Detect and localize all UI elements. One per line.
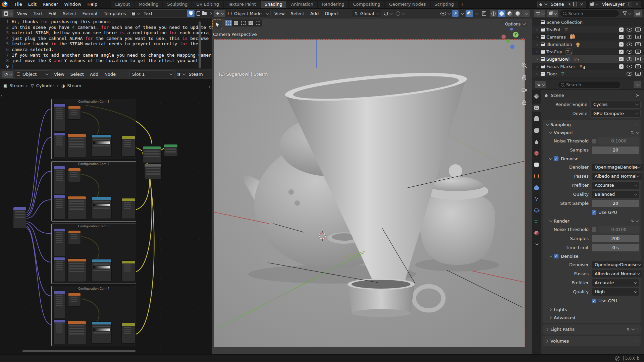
node-mix[interactable] <box>143 146 161 163</box>
shading-solid-button[interactable] <box>498 10 505 17</box>
camera-view-icon[interactable] <box>521 87 527 94</box>
render-subpanel-header[interactable]: Render ⇅ <box>544 217 639 225</box>
outliner-row[interactable]: › SugarBowl ▽2 ✓ <box>532 55 644 63</box>
editor-type-button[interactable] <box>535 81 546 88</box>
disclosure-icon[interactable]: › <box>535 57 539 62</box>
add-workspace-button[interactable]: + <box>458 1 466 8</box>
menu-item[interactable]: Text <box>31 10 45 17</box>
unlink-icon[interactable]: × <box>209 11 212 16</box>
outliner-row[interactable]: Scene Collection ✓ <box>532 18 644 26</box>
node-image-texture[interactable] <box>68 196 86 219</box>
outliner-search[interactable]: Search <box>560 10 619 17</box>
render-visibility-toggle[interactable] <box>635 42 641 46</box>
editor-type-button[interactable] <box>2 10 13 17</box>
menu-item[interactable]: Add <box>307 10 322 17</box>
node-colorramp[interactable] <box>92 135 111 156</box>
menu-item[interactable]: View <box>51 71 67 78</box>
panel-grip-icon[interactable]: ⁝⁝ <box>635 123 638 126</box>
start-sample-field[interactable]: 20 <box>592 200 639 207</box>
lights-panel-header[interactable]: Lights <box>544 305 639 313</box>
menu-item[interactable]: Window <box>61 1 84 7</box>
node-frame[interactable]: Configuration Cam 3 <box>51 224 136 284</box>
workspace-tab[interactable]: Modeling <box>135 1 162 8</box>
node-frame[interactable]: Configuration Cam 4 <box>51 286 136 346</box>
outliner-row[interactable]: › Illumination ✓ <box>532 41 644 48</box>
properties-search[interactable]: Search <box>558 81 621 88</box>
checkbox-toggle[interactable]: ✓ <box>619 27 624 32</box>
pan-hand-icon[interactable] <box>521 75 527 82</box>
disclosure-icon[interactable]: › <box>535 49 539 54</box>
viewport-subpanel-header[interactable]: Viewport ⇅ <box>544 128 639 136</box>
gizmos-toggle[interactable]: ↗ <box>452 10 459 17</box>
menu-item[interactable]: Select <box>67 71 87 78</box>
render-visibility-toggle[interactable] <box>635 64 641 68</box>
noise-checkbox[interactable] <box>592 139 596 143</box>
text-scrollbar[interactable] <box>199 21 201 68</box>
render-visibility-toggle[interactable] <box>635 72 641 76</box>
node-frame[interactable]: Configuration Cam 1 <box>51 99 136 159</box>
menu-item[interactable]: File <box>12 1 25 7</box>
hide-eye-toggle[interactable] <box>627 43 632 46</box>
quality-dropdown[interactable]: High <box>592 288 639 296</box>
node-mapping[interactable] <box>54 104 65 131</box>
menu-item[interactable]: View <box>14 10 31 17</box>
pin-icon[interactable]: ➤ <box>568 2 571 6</box>
node-canvas[interactable]: ▣ Steam › ▽ Cylinder › ◑ Steam › <box>0 79 212 354</box>
menu-item[interactable]: Edit <box>45 10 60 17</box>
noise-field[interactable]: 0.1000 <box>598 137 639 145</box>
noise-checkbox[interactable] <box>592 227 596 232</box>
outliner-row[interactable]: › Floor ▽ ✓ <box>532 70 644 77</box>
node-math[interactable] <box>122 198 135 219</box>
node-frame[interactable]: Configuration Cam 2 <box>51 161 136 222</box>
tab-collection[interactable] <box>532 161 541 169</box>
shading-dropdown[interactable] <box>522 10 530 17</box>
workspace-tab[interactable]: UV Editing <box>192 1 223 8</box>
disclosure-icon[interactable]: › <box>535 35 539 40</box>
node-math[interactable] <box>122 136 135 156</box>
checkbox-toggle[interactable]: ✓ <box>619 64 624 69</box>
code-line[interactable]: 5texture loaded in the STEAM material ne… <box>0 41 212 47</box>
device-dropdown[interactable]: GPU Compute <box>590 110 641 118</box>
volumes-header[interactable]: Volumes ⁝⁝ <box>544 337 639 345</box>
checkbox-toggle[interactable]: ✓ <box>619 35 624 39</box>
workspace-tab[interactable]: Animation <box>287 1 317 8</box>
disclosure-icon[interactable]: › <box>535 27 539 32</box>
tab-physics[interactable] <box>532 206 541 215</box>
horizontal-scrollbar[interactable] <box>22 350 136 352</box>
panel-grip-icon[interactable]: ⁝⁝ <box>635 339 638 343</box>
preset-icon[interactable]: ⇅⁝⁝ <box>627 327 638 331</box>
node-image-texture[interactable] <box>68 134 86 157</box>
workspace-tab[interactable]: Scripting <box>431 1 458 8</box>
material-name-field[interactable]: Steam <box>187 72 212 77</box>
gizmos-dropdown[interactable] <box>459 10 465 17</box>
workspace-tab[interactable]: Geometry Nodes <box>385 1 430 8</box>
axis-y-neg-dot[interactable] <box>506 39 510 43</box>
select-invert-button[interactable] <box>247 20 254 26</box>
menu-item[interactable]: Select <box>60 10 79 17</box>
shading-material-button[interactable] <box>506 10 514 17</box>
filter-button[interactable] <box>621 10 632 17</box>
axis-z-dot[interactable] <box>510 28 513 31</box>
light-paths-header[interactable]: Light Paths ⇅⁝⁝ <box>544 325 639 333</box>
denoise-checkbox[interactable]: ✓ <box>554 254 558 258</box>
display-mode-button[interactable] <box>547 10 558 17</box>
prefilter-dropdown[interactable]: Accurate <box>592 181 639 189</box>
render-visibility-toggle[interactable] <box>635 27 641 32</box>
menu-item[interactable]: Select <box>288 10 307 17</box>
node-texcoord[interactable] <box>68 293 80 306</box>
disclosure-icon[interactable]: › <box>535 64 539 69</box>
menu-item[interactable]: Node <box>101 71 119 78</box>
disclosure-icon[interactable]: › <box>535 71 539 76</box>
mode-dropdown[interactable]: Object Mode <box>226 10 271 17</box>
new-viewlayer-icon[interactable] <box>629 2 632 6</box>
axis-x-neg-dot[interactable] <box>501 35 506 39</box>
node-mapping[interactable] <box>54 229 65 256</box>
samples-field[interactable]: 200 <box>592 235 639 242</box>
render-engine-dropdown[interactable]: Cycles <box>590 101 641 109</box>
active-tool-button[interactable] <box>212 19 222 29</box>
advanced-panel-header[interactable]: Advanced <box>544 313 639 321</box>
region-toggle-icon[interactable]: ‹ <box>203 36 204 40</box>
axis-z-neg-dot[interactable] <box>510 45 515 49</box>
snap-toggle[interactable] <box>382 10 393 17</box>
tab-viewlayer[interactable] <box>532 126 541 135</box>
